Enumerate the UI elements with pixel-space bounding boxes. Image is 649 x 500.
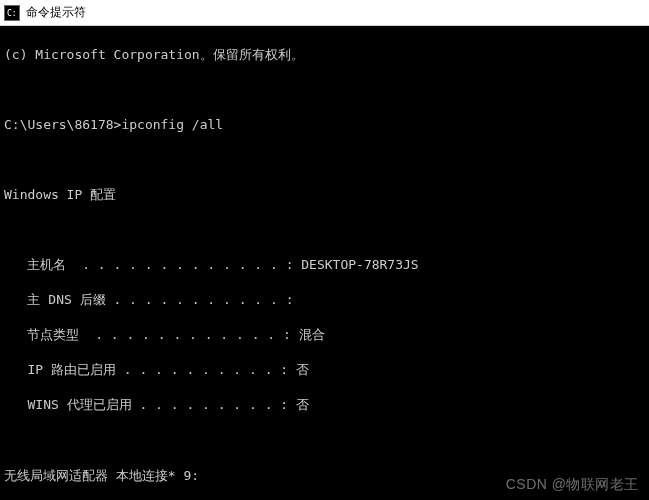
- ip-routing-label: IP 路由已启用 . . . . . . . . . . :: [4, 362, 296, 377]
- hostname-label: 主机名 . . . . . . . . . . . . . :: [4, 257, 301, 272]
- wins-proxy-label: WINS 代理已启用 . . . . . . . . . :: [4, 397, 296, 412]
- node-type-label: 节点类型 . . . . . . . . . . . . :: [4, 327, 299, 342]
- prompt-path: C:\Users\86178>: [4, 117, 121, 132]
- blank-line: [4, 151, 645, 169]
- node-type-value: 混合: [299, 327, 325, 342]
- dns-suffix-row: 主 DNS 后缀 . . . . . . . . . . . :: [4, 291, 645, 309]
- blank-line: [4, 81, 645, 99]
- ip-routing-value: 否: [296, 362, 309, 377]
- wins-proxy-value: 否: [296, 397, 309, 412]
- blank-line: [4, 432, 645, 450]
- terminal-output[interactable]: (c) Microsoft Corporation。保留所有权利。 C:\Use…: [0, 26, 649, 500]
- command-text: ipconfig /all: [121, 117, 223, 132]
- window-titlebar[interactable]: C:\ 命令提示符: [0, 0, 649, 26]
- section-header-ipconfig: Windows IP 配置: [4, 186, 645, 204]
- copyright-line: (c) Microsoft Corporation。保留所有权利。: [4, 46, 645, 64]
- cmd-icon: C:\: [4, 5, 20, 21]
- node-type-row: 节点类型 . . . . . . . . . . . . : 混合: [4, 326, 645, 344]
- prompt-line: C:\Users\86178>ipconfig /all: [4, 116, 645, 134]
- hostname-value: DESKTOP-78R73JS: [301, 257, 418, 272]
- blank-line: [4, 221, 645, 239]
- svg-text:C:\: C:\: [7, 9, 17, 18]
- ip-routing-row: IP 路由已启用 . . . . . . . . . . : 否: [4, 361, 645, 379]
- hostname-row: 主机名 . . . . . . . . . . . . . : DESKTOP-…: [4, 256, 645, 274]
- dns-suffix-label: 主 DNS 后缀 . . . . . . . . . . . :: [4, 292, 301, 307]
- wins-proxy-row: WINS 代理已启用 . . . . . . . . . : 否: [4, 396, 645, 414]
- watermark-text: CSDN @物联网老王: [506, 476, 639, 494]
- window-title: 命令提示符: [26, 4, 86, 21]
